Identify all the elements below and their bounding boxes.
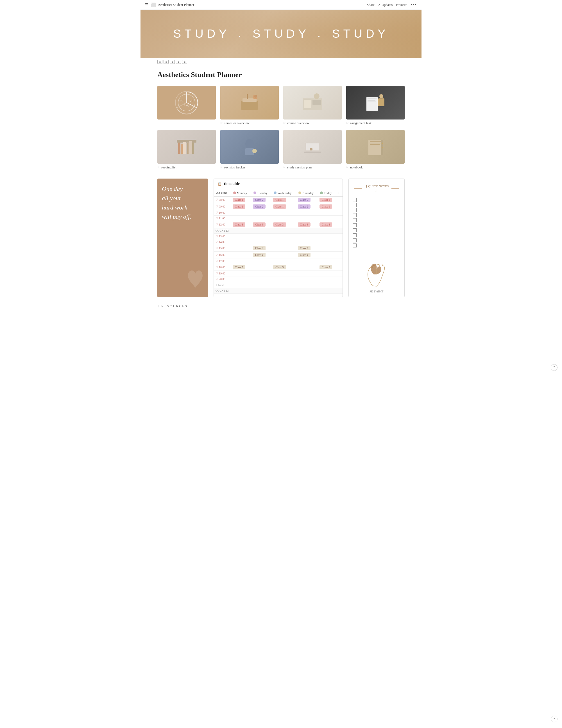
resources-icon: ↓ — [157, 304, 159, 308]
checkbox[interactable] — [353, 238, 356, 242]
motivation-text: One day all your hard work will pay off. — [162, 184, 204, 221]
hero-word-3: STUDY — [332, 27, 389, 40]
checkbox-row — [353, 243, 400, 248]
cell-friday: Class 5 — [318, 264, 335, 271]
cell-monday — [231, 252, 251, 258]
time-cell: ♡09:00 — [214, 203, 231, 210]
checkbox-row — [353, 223, 400, 228]
cell-thursday — [296, 234, 318, 239]
cell-tuesday — [251, 239, 272, 245]
checkbox[interactable] — [353, 213, 356, 217]
checkbox[interactable] — [353, 218, 356, 222]
checkbox-row — [353, 233, 400, 238]
table-row: ♡12:00Class 3Class 3Class 3Class 3Class … — [214, 221, 342, 228]
table-row: ♡08:00Class 1Class 2Class 1Class 2Class … — [214, 197, 342, 203]
semester-label: ☞ semester overview — [220, 121, 279, 125]
cell-monday — [231, 239, 251, 245]
notebook-image — [346, 130, 405, 164]
time-cell: ♡15:00 — [214, 245, 231, 252]
reading-card[interactable]: ☞ reading list — [157, 130, 216, 170]
cell-monday — [231, 276, 251, 282]
cell-wednesday — [272, 276, 296, 282]
clock-display: 19:38:25 Friday — [157, 86, 216, 120]
checkbox[interactable] — [353, 223, 356, 227]
col-monday: Monday — [231, 189, 251, 197]
strip-icon-3: ▦ — [170, 60, 175, 64]
more-button[interactable]: ••• — [410, 2, 417, 7]
checkbox[interactable] — [353, 233, 356, 237]
icon-strip: ▦ ▦ ▦ ▦ ▦ — [141, 58, 421, 65]
col-add[interactable]: + — [336, 189, 342, 197]
course-card[interactable]: ☞ course overview — [283, 86, 342, 125]
quick-notes-header: 【 QUICK NOTES 】 — [353, 183, 400, 194]
cell-friday — [318, 234, 335, 239]
table-row: ♡14:00 — [214, 239, 342, 245]
svg-rect-39 — [381, 147, 383, 148]
cell-monday: Class 1 — [231, 203, 251, 210]
favorite-button[interactable]: Favorite — [396, 3, 407, 7]
checkbox-row — [353, 202, 400, 208]
checkbox-row — [353, 238, 400, 243]
table-row: ♡19:00 — [214, 271, 342, 276]
assignment-label: ☞ assignment task — [346, 121, 405, 125]
notebook-icon: ☞ — [346, 166, 349, 169]
cell-friday — [318, 210, 335, 216]
cell-monday: Class 1 — [231, 197, 251, 203]
cell-friday — [318, 216, 335, 221]
checkbox[interactable] — [353, 203, 356, 207]
revision-card[interactable]: ☞ revision tracker — [220, 130, 279, 170]
study-card[interactable]: ☞ study session plan — [283, 130, 342, 170]
motivation-leaf-decoration — [186, 268, 205, 292]
notebook-card[interactable]: ☞ notebook — [346, 130, 405, 170]
add-new-row[interactable]: + New — [214, 282, 342, 288]
timetable-header: 📋 timetable — [214, 179, 342, 189]
share-button[interactable]: Share — [367, 3, 374, 7]
svg-rect-16 — [367, 102, 376, 102]
clock-card[interactable]: 19:38:25 Friday — [157, 86, 216, 125]
assignment-card[interactable]: ☞ assignment task — [346, 86, 405, 125]
motivation-card: One day all your hard work will pay off. — [157, 179, 208, 297]
time-cell: ♡20:00 — [214, 276, 231, 282]
cell-thursday: Class 4 — [296, 252, 318, 258]
cell-friday — [318, 276, 335, 282]
cell-tuesday: Class 4 — [251, 245, 272, 252]
checkbox[interactable] — [353, 208, 356, 212]
nav-grid: 19:38:25 Friday ☞ — [157, 86, 405, 170]
cell-tuesday — [251, 234, 272, 239]
time-cell: ♡13:00 — [214, 234, 231, 239]
cell-tuesday: Class 4 — [251, 252, 272, 258]
semester-card[interactable]: ☞ semester overview — [220, 86, 279, 125]
checkbox-row — [353, 218, 400, 223]
svg-text:19:38:25: 19:38:25 — [180, 100, 193, 103]
cell-tuesday — [251, 264, 272, 271]
topbar-left: ☰ ⬜ Aesthetics Student Planner — [145, 3, 194, 7]
svg-rect-15 — [367, 100, 375, 101]
cell-tuesday — [251, 216, 272, 221]
cell-friday: Class 3 — [318, 221, 335, 228]
checkbox[interactable] — [353, 228, 356, 232]
menu-icon[interactable]: ☰ — [145, 3, 149, 7]
checkboxes-container — [353, 197, 400, 248]
reading-label: ☞ reading list — [157, 165, 216, 170]
checkbox-row — [353, 208, 400, 213]
revision-icon: ☞ — [220, 166, 223, 169]
svg-rect-22 — [183, 142, 186, 154]
checkbox[interactable] — [353, 244, 356, 247]
resources-label: RESOURCES — [161, 304, 188, 308]
table-row: ♡09:00Class 1Class 2Class 1Class 2Class … — [214, 203, 342, 210]
checkbox-row — [353, 197, 400, 202]
resources-section[interactable]: ↓ RESOURCES — [157, 304, 405, 308]
cell-thursday — [296, 258, 318, 264]
cell-wednesday — [272, 245, 296, 252]
checkbox[interactable] — [353, 198, 356, 202]
cell-wednesday — [272, 234, 296, 239]
svg-point-8 — [254, 95, 257, 98]
col-wednesday: Wednesday — [272, 189, 296, 197]
cell-friday — [318, 252, 335, 258]
updates-button[interactable]: ✓ Updates — [378, 3, 392, 7]
topbar: ☰ ⬜ Aesthetics Student Planner Share ✓ U… — [141, 0, 421, 10]
svg-text:Friday: Friday — [184, 104, 190, 107]
table-row: ♡10:00 — [214, 210, 342, 216]
svg-rect-32 — [310, 148, 312, 150]
revision-label: ☞ revision tracker — [220, 165, 279, 170]
